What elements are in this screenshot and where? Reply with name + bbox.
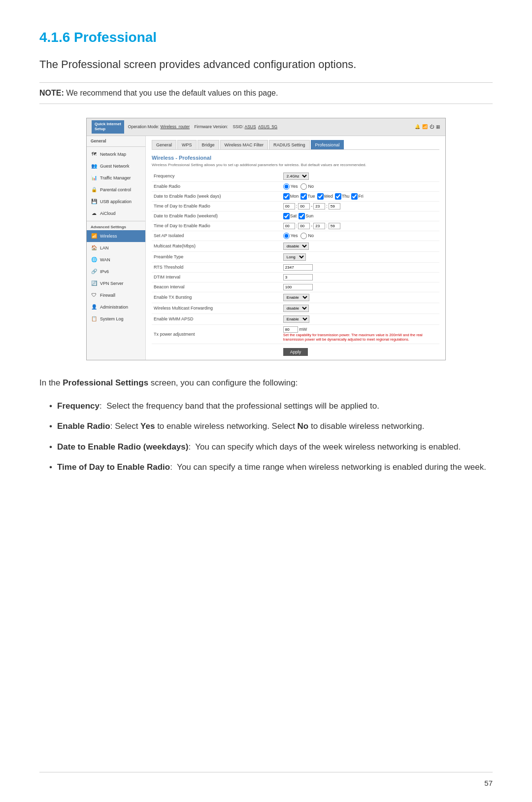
sidebar-item-label: LAN: [100, 245, 109, 250]
note-text: We recommend that you use the default va…: [64, 89, 278, 97]
network-map-icon: 🗺: [91, 151, 98, 158]
tx-power-input[interactable]: [283, 326, 298, 333]
router-content-area: General WPS Bridge Wireless MAC Filter R…: [146, 136, 445, 360]
cb-mon[interactable]: Mon: [283, 193, 299, 200]
cb-wed[interactable]: Wed: [317, 193, 333, 200]
preamble-type-select[interactable]: Long Short: [283, 253, 306, 261]
time-enable-radio-bold: Time of Day to Enable Radio: [57, 462, 170, 472]
note-line: NOTE: We recommend that you use the defa…: [39, 82, 493, 104]
multicast-rate-select[interactable]: disable: [283, 243, 309, 250]
tx-power-unit: mW: [299, 327, 307, 332]
field-value: Sat Sun: [281, 211, 439, 221]
ap-radio-no[interactable]: No: [300, 233, 314, 239]
sidebar-item-system-log[interactable]: 📋 System Log: [87, 313, 145, 325]
tx-bursting-select[interactable]: Enable Disable: [283, 294, 309, 301]
wireless-professional-title: Wireless - Professional: [152, 155, 439, 161]
dtim-interval-input[interactable]: [283, 274, 313, 280]
wknd-time-start-mm[interactable]: [298, 223, 310, 229]
field-label: DTIM Interval: [152, 272, 281, 282]
wan-icon: 🌐: [91, 256, 98, 263]
sidebar-item-firewall[interactable]: 🛡 Firewall: [87, 289, 145, 301]
sidebar-item-vpn[interactable]: 🔄 VPN Server: [87, 278, 145, 289]
sidebar-item-label: AiCloud: [100, 211, 116, 216]
wknd-time-end-hh[interactable]: [313, 223, 325, 229]
rts-threshold-input[interactable]: [283, 264, 313, 271]
field-label: Enable TX Bursting: [152, 292, 281, 303]
field-label: Multicast Rate(Mbps): [152, 241, 281, 251]
field-value: 2.4Ghz 5Ghz: [281, 171, 439, 182]
sidebar-item-label: Administration: [100, 305, 128, 310]
list-item-time-enable-radio: Time of Day to Enable Radio: You can spe…: [49, 460, 493, 474]
sidebar-item-label: USB application: [100, 199, 132, 204]
time-end-mm[interactable]: [329, 203, 340, 209]
cb-fri[interactable]: Fri: [351, 193, 364, 200]
wireless-icon: 📶: [91, 233, 98, 240]
bullet-list: Frequency: Select the frequency band tha…: [39, 399, 493, 474]
time-end-hh[interactable]: [313, 203, 325, 209]
sidebar-item-label: Firewall: [100, 293, 115, 298]
operation-mode-label: Operation Mode: Wireless_router: [128, 124, 190, 129]
nav-tabs: General WPS Bridge Wireless MAC Filter R…: [152, 140, 439, 150]
field-value: Yes No: [281, 231, 439, 241]
field-value: : - :: [281, 221, 439, 231]
cb-sun[interactable]: Sun: [299, 213, 313, 219]
sidebar-item-aicloud[interactable]: ☁ AiCloud: [87, 208, 145, 219]
time-start-hh[interactable]: [283, 203, 295, 209]
field-label: Date to Enable Radio (week days): [152, 191, 281, 201]
cb-sat[interactable]: Sat: [283, 213, 297, 219]
cb-tue[interactable]: Tue: [300, 193, 315, 200]
tx-power-note: Set the capability for transmission powe…: [283, 333, 437, 343]
field-value: Mon Tue Wed Thu Fri: [281, 191, 439, 201]
quick-setup-button[interactable]: Quick InternetSetup: [92, 120, 124, 134]
section-description: Wireless Professional Setting allows you…: [152, 163, 439, 167]
tab-bridge[interactable]: Bridge: [198, 140, 219, 149]
sidebar-item-wan[interactable]: 🌐 WAN: [87, 254, 145, 266]
cb-thu[interactable]: Thu: [335, 193, 350, 200]
table-row: DTIM Interval: [152, 272, 439, 282]
wmm-apsd-select[interactable]: Enable Disable: [283, 315, 309, 323]
field-label: Date to Enable Radio (weekend): [152, 211, 281, 221]
ap-radio-yes[interactable]: Yes: [283, 233, 298, 239]
field-label: Preamble Type: [152, 251, 281, 262]
advanced-settings-label: Advanced Settings: [87, 223, 145, 230]
usb-icon: 💾: [91, 198, 98, 205]
topbar-info: Operation Mode: Wireless_router Firmware…: [128, 124, 411, 129]
field-value: Yes No: [281, 181, 439, 191]
admin-icon: 👤: [91, 304, 98, 311]
table-row: Enable Radio Yes No: [152, 181, 439, 191]
time-start-mm[interactable]: [298, 203, 310, 209]
multicast-forwarding-select[interactable]: disable enable: [283, 305, 309, 312]
sidebar-item-wireless[interactable]: 📶 Wireless: [87, 230, 145, 242]
tab-wireless-mac-filter[interactable]: Wireless MAC Filter: [220, 140, 268, 149]
sidebar-item-administration[interactable]: 👤 Administration: [87, 301, 145, 313]
table-row: Multicast Rate(Mbps) disable: [152, 241, 439, 251]
beacon-interval-input[interactable]: [283, 284, 313, 290]
body-intro-text: In the Professional Settings screen, you…: [39, 376, 493, 389]
field-label: Enable WMM APSD: [152, 314, 281, 324]
tab-radius-setting[interactable]: RADIUS Setting: [269, 140, 310, 149]
field-value: : - :: [281, 201, 439, 211]
weekend-checkbox-group: Sat Sun: [283, 213, 437, 219]
sidebar-item-usb[interactable]: 💾 USB application: [87, 196, 145, 208]
wknd-time-end-mm[interactable]: [329, 223, 340, 229]
frequency-select[interactable]: 2.4Ghz 5Ghz: [283, 173, 309, 180]
sidebar-item-ipv6[interactable]: 🔗 IPv6: [87, 266, 145, 278]
apply-button[interactable]: Apply: [283, 348, 308, 356]
tab-wps[interactable]: WPS: [177, 140, 197, 149]
table-row: Enable WMM APSD Enable Disable: [152, 314, 439, 324]
sidebar-item-lan[interactable]: 🏠 LAN: [87, 242, 145, 254]
sidebar-item-label: Guest Network: [100, 164, 130, 169]
wknd-time-start-hh[interactable]: [283, 223, 295, 229]
sidebar-item-traffic-manager[interactable]: 📊 Traffic Manager: [87, 172, 145, 184]
tab-general[interactable]: General: [152, 140, 176, 149]
field-label: Frequency: [152, 171, 281, 182]
sidebar-item-guest-network[interactable]: 👥 Guest Network: [87, 160, 145, 172]
no-bold: No: [298, 421, 309, 431]
tab-professional[interactable]: Professional: [311, 140, 344, 149]
sidebar-item-network-map[interactable]: 🗺 Network Map: [87, 148, 145, 160]
radio-yes[interactable]: Yes: [283, 183, 298, 190]
radio-no[interactable]: No: [300, 183, 314, 190]
table-row: Beacon Interval: [152, 282, 439, 292]
field-value: [281, 272, 439, 282]
sidebar-item-parental-control[interactable]: 🔒 Parental control: [87, 184, 145, 196]
